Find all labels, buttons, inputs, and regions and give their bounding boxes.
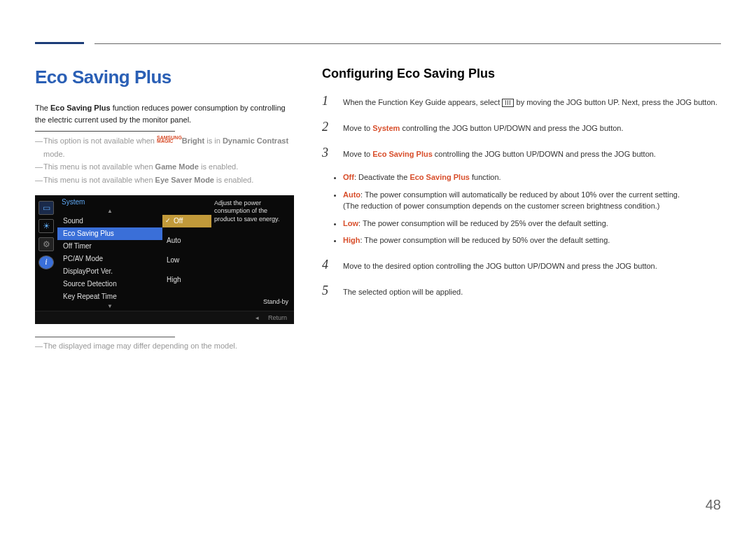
osd-sidebar: ▭ ☀ ⚙ i xyxy=(35,195,57,311)
intro-prefix: The xyxy=(35,104,50,112)
osd-tooltip: Adjust the power consumption of the prod… xyxy=(214,199,288,224)
osd-options-column: Off Auto Low High xyxy=(162,195,211,311)
osd-item-key-repeat-time: Key Repeat Time xyxy=(57,290,162,303)
note-2-mode: Game Mode xyxy=(155,162,199,171)
osd-item-eco-saving-plus: Eco Saving Plus xyxy=(57,227,162,240)
osd-item-displayport-ver: DisplayPort Ver. xyxy=(57,265,162,278)
osd-tab-label: System xyxy=(57,195,162,208)
bullet-auto: Auto: The power consumption will automat… xyxy=(343,189,721,212)
bullet-off-suffix: function. xyxy=(470,173,501,181)
intro-rule xyxy=(35,131,175,132)
step-1-prefix: When the Function Key Guide appears, sel… xyxy=(343,98,502,106)
step-1: 1 When the Function Key Guide appears, s… xyxy=(322,94,721,108)
note-3-suffix: is enabled. xyxy=(214,176,253,184)
image-disclaimer: The displayed image may differ depending… xyxy=(35,342,294,350)
osd-item-pcav-mode: PC/AV Mode xyxy=(57,253,162,265)
note-1-bright: Bright xyxy=(182,136,204,145)
magic-bot: MAGIC xyxy=(157,139,173,143)
step-4-body: Move to the desired option controlling t… xyxy=(343,260,721,272)
osd-return-label: Return xyxy=(268,314,287,321)
intro-feature-name: Eco Saving Plus xyxy=(50,104,111,112)
step-4: 4 Move to the desired option controlling… xyxy=(322,258,721,272)
note-1-suffix: mode. xyxy=(43,150,65,158)
monitor-icon: ▭ xyxy=(38,201,54,215)
osd-item-source-detection: Source Detection xyxy=(57,278,162,290)
bullet-low-text: : The power consumption will be reduced … xyxy=(358,219,608,227)
step-number: 5 xyxy=(322,283,332,298)
step-2-body: Move to System controlling the JOG butto… xyxy=(343,122,721,134)
bullet-high-text: : The power consumption will be reduced … xyxy=(360,236,610,244)
scroll-down-icon: ▼ xyxy=(57,303,162,311)
note-3: This menu is not available when Eye Save… xyxy=(35,174,294,187)
bullet-off: Off: Deactivate the Eco Saving Plus func… xyxy=(343,171,721,183)
note-1-mode: Dynamic Contrast xyxy=(223,136,288,145)
step-number: 3 xyxy=(322,146,332,160)
section-title: Configuring Eco Saving Plus xyxy=(322,66,721,81)
step-5-body: The selected option will be applied. xyxy=(343,286,721,298)
bullet-auto-text: : The power consumption will automatical… xyxy=(360,190,680,199)
info-icon: i xyxy=(38,255,54,269)
brightness-icon: ☀ xyxy=(38,219,54,233)
footer-rule xyxy=(35,337,175,337)
left-column: Eco Saving Plus The Eco Saving Plus func… xyxy=(35,66,294,350)
osd-screenshot: ▭ ☀ ⚙ i System ▲ Sound Eco Saving Plus O… xyxy=(35,195,294,324)
bullet-auto-label: Auto xyxy=(343,190,360,199)
step-2-suffix: controlling the JOG button UP/DOWN and p… xyxy=(400,124,623,132)
step-number: 2 xyxy=(322,120,332,134)
bullet-off-mid: : Deactivate the xyxy=(354,173,410,181)
page-content: Eco Saving Plus The Eco Saving Plus func… xyxy=(35,66,721,350)
step-3-target: Eco Saving Plus xyxy=(372,150,433,158)
note-3-mode: Eye Saver Mode xyxy=(155,176,214,184)
step-number: 4 xyxy=(322,258,332,272)
step-1-body: When the Function Key Guide appears, sel… xyxy=(343,97,721,108)
bullet-high-label: High xyxy=(343,236,360,244)
option-bullets: Off: Deactivate the Eco Saving Plus func… xyxy=(343,171,721,246)
right-column: Configuring Eco Saving Plus 1 When the F… xyxy=(322,66,721,350)
bullet-low-label: Low xyxy=(343,219,358,227)
menu-icon: ⅠⅠⅠ xyxy=(502,99,514,108)
osd-footer: ◂ Return xyxy=(35,311,294,324)
osd-option-auto: Auto xyxy=(162,234,211,247)
note-1-prefix: This option is not available when xyxy=(43,136,157,145)
note-1: This option is not available when SAMSUN… xyxy=(35,134,294,160)
header-rule xyxy=(94,43,721,44)
step-2-prefix: Move to xyxy=(343,124,372,132)
osd-item-off-timer: Off Timer xyxy=(57,240,162,253)
bullet-auto-sub: (The reduction of power consumption depe… xyxy=(343,202,659,210)
osd-option-off: Off xyxy=(162,215,211,227)
step-5: 5 The selected option will be applied. xyxy=(322,283,721,298)
step-2-target: System xyxy=(372,124,400,132)
step-2: 2 Move to System controlling the JOG but… xyxy=(322,120,721,134)
bullet-off-label: Off xyxy=(343,173,354,181)
back-arrow-icon: ◂ xyxy=(255,314,259,321)
settings-icon: ⚙ xyxy=(38,237,54,251)
step-3-prefix: Move to xyxy=(343,150,372,158)
bullet-off-target: Eco Saving Plus xyxy=(410,173,470,181)
note-3-prefix: This menu is not available when xyxy=(43,176,155,184)
note-2-prefix: This menu is not available when xyxy=(43,162,155,171)
osd-option-high: High xyxy=(162,274,211,286)
note-1-mid: is in xyxy=(204,136,223,145)
step-number: 1 xyxy=(322,94,332,108)
page-title: Eco Saving Plus xyxy=(35,66,294,88)
step-3-suffix: controlling the JOG button UP/DOWN and p… xyxy=(433,150,656,158)
bullet-low: Low: The power consumption will be reduc… xyxy=(343,218,721,230)
header-accent xyxy=(35,42,84,44)
samsung-magic-logo: SAMSUNGMAGIC xyxy=(157,136,182,143)
step-3-body: Move to Eco Saving Plus controlling the … xyxy=(343,148,721,160)
osd-option-low: Low xyxy=(162,254,211,267)
page-number: 48 xyxy=(706,497,721,513)
note-2-suffix: is enabled. xyxy=(199,162,238,171)
osd-menu-column: System ▲ Sound Eco Saving Plus Off Timer… xyxy=(57,195,162,311)
intro-paragraph: The Eco Saving Plus function reduces pow… xyxy=(35,102,294,125)
osd-standby-label: Stand-by xyxy=(214,298,288,307)
osd-item-sound: Sound xyxy=(57,215,162,227)
steps-list: 1 When the Function Key Guide appears, s… xyxy=(322,94,721,298)
step-3: 3 Move to Eco Saving Plus controlling th… xyxy=(322,146,721,160)
note-2: This menu is not available when Game Mod… xyxy=(35,160,294,174)
bullet-high: High: The power consumption will be redu… xyxy=(343,234,721,246)
osd-help-column: Adjust the power consumption of the prod… xyxy=(211,195,294,311)
step-1-suffix: by moving the JOG button UP. Next, press… xyxy=(514,98,717,106)
scroll-up-icon: ▲ xyxy=(57,208,162,215)
